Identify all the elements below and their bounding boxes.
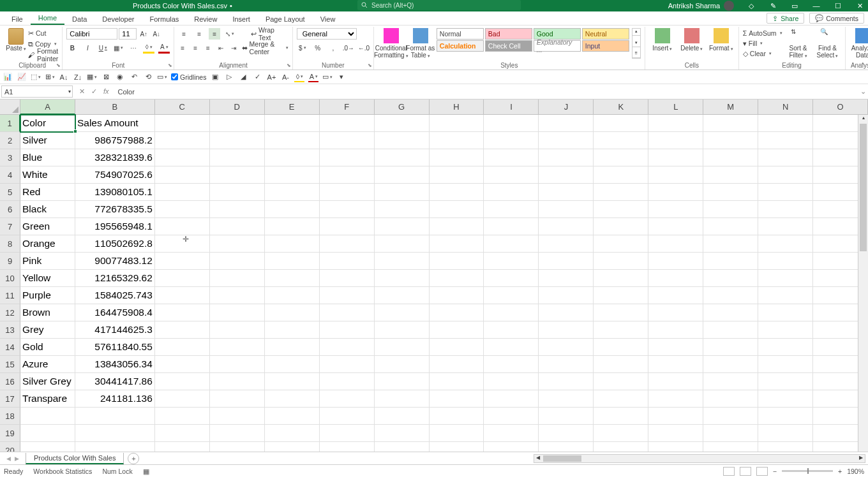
cell-H5[interactable] [430,184,484,201]
cell-L10[interactable] [648,270,703,287]
column-header-H[interactable]: H [430,99,484,115]
cell-K12[interactable] [594,304,648,321]
cell-D18[interactable] [210,408,265,425]
cell-B11[interactable]: 1584025.743 [75,287,155,304]
align-right-icon[interactable]: ≡ [204,42,213,54]
cell-B9[interactable]: 90077483.12 [75,253,155,270]
qat-sort-asc-icon[interactable]: A↓ [59,72,69,82]
cell-K4[interactable] [594,166,648,184]
cell-H14[interactable] [430,339,484,356]
cell-B8[interactable]: 110502692.8 [75,235,155,253]
cell-D4[interactable] [210,166,265,184]
column-header-N[interactable]: N [758,99,813,115]
cell-L5[interactable] [648,184,703,201]
cell-N5[interactable] [758,184,813,201]
cell-C14[interactable] [155,339,210,356]
increase-font-icon[interactable]: A↑ [138,28,149,40]
fx-icon[interactable]: fx [103,87,109,96]
cell-F18[interactable] [320,408,375,425]
cell-K3[interactable] [594,149,648,166]
column-header-K[interactable]: K [594,99,648,115]
currency-button[interactable]: $ [297,42,308,54]
tab-home[interactable]: Home [31,12,64,25]
delete-cells-button[interactable]: Delete [678,28,705,52]
page-layout-view-button[interactable] [740,467,751,476]
cell-K18[interactable] [594,408,648,425]
cell-A7[interactable]: Green [20,218,75,235]
row-header-10[interactable]: 10 [0,270,20,287]
cell-F14[interactable] [320,339,375,356]
cell-D19[interactable] [210,425,265,442]
cell-D7[interactable] [210,218,265,235]
cell-E17[interactable] [265,390,320,408]
cell-L6[interactable] [648,201,703,218]
cell-F5[interactable] [320,184,375,201]
cell-I4[interactable] [484,166,539,184]
zoom-level[interactable]: 190% [847,468,864,475]
number-launcher[interactable]: ⬊ [368,63,372,68]
autosum-button[interactable]: ΣAutoSum [743,28,782,38]
cell-J13[interactable] [539,321,594,339]
cell-M14[interactable] [703,339,758,356]
column-header-E[interactable]: E [265,99,320,115]
cell-D9[interactable] [210,253,265,270]
style-check-cell[interactable]: Check Cell [485,40,532,52]
cell-H13[interactable] [430,321,484,339]
cell-G9[interactable] [375,253,430,270]
comma-button[interactable]: , [327,42,339,54]
cell-J7[interactable] [539,218,594,235]
cell-A6[interactable]: Black [20,201,75,218]
qat-fill-color-icon[interactable]: ◊ [294,72,304,82]
cell-C6[interactable] [155,201,210,218]
align-left-icon[interactable]: ≡ [178,42,187,54]
cell-F17[interactable] [320,390,375,408]
qat-icon-4[interactable]: ⊞ [45,72,55,82]
underline-button[interactable]: U [97,42,108,54]
cell-I18[interactable] [484,408,539,425]
cell-M9[interactable] [703,253,758,270]
zoom-in-button[interactable]: + [838,468,842,475]
cell-F16[interactable] [320,373,375,390]
row-header-2[interactable]: 2 [0,132,20,149]
cell-F4[interactable] [320,166,375,184]
cell-H17[interactable] [430,390,484,408]
cell-B2[interactable]: 986757988.2 [75,132,155,149]
cell-N15[interactable] [758,356,813,373]
cell-F10[interactable] [320,270,375,287]
cell-F9[interactable] [320,253,375,270]
cell-L20[interactable] [648,442,703,452]
cell-K5[interactable] [594,184,648,201]
cell-C7[interactable] [155,218,210,235]
cell-E4[interactable] [265,166,320,184]
merge-center-button[interactable]: ⬌Merge & Center [242,43,288,53]
minimize-button[interactable]: — [812,1,821,10]
align-center-icon[interactable]: ≡ [191,42,200,54]
cell-G3[interactable] [375,149,430,166]
cell-E15[interactable] [265,356,320,373]
workbook-statistics[interactable]: Workbook Statistics [33,468,92,475]
cell-I10[interactable] [484,270,539,287]
cell-G6[interactable] [375,201,430,218]
row-header-18[interactable]: 18 [0,408,20,425]
tab-developer[interactable]: Developer [94,13,142,25]
cell-K17[interactable] [594,390,648,408]
close-button[interactable]: ✕ [855,1,864,10]
cell-M5[interactable] [703,184,758,201]
cell-K1[interactable] [594,115,648,132]
cell-I19[interactable] [484,425,539,442]
name-box[interactable]: A1▾ [1,85,73,98]
cell-M1[interactable] [703,115,758,132]
row-header-8[interactable]: 8 [0,235,20,253]
cell-E12[interactable] [265,304,320,321]
column-header-B[interactable]: B [75,99,155,115]
cell-J11[interactable] [539,287,594,304]
font-launcher[interactable]: ⬊ [168,63,172,68]
cell-K16[interactable] [594,373,648,390]
gridlines-checkbox[interactable] [171,73,178,80]
row-header-6[interactable]: 6 [0,201,20,218]
cell-K6[interactable] [594,201,648,218]
cell-C2[interactable] [155,132,210,149]
cell-F1[interactable] [320,115,375,132]
cell-H7[interactable] [430,218,484,235]
border-button[interactable]: ▦ [112,42,124,54]
